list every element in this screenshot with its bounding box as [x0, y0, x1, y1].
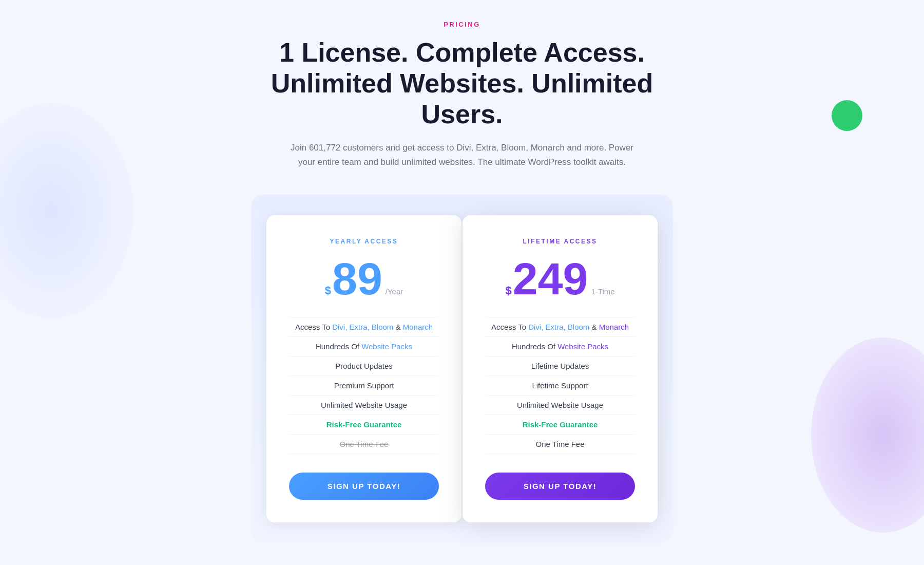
- lifetime-price-period: 1-Time: [591, 287, 614, 296]
- yearly-plan-card: YEARLY ACCESS $ 89 /Year Access To Divi,…: [266, 215, 461, 522]
- lifetime-feature-website-packs: Hundreds Of Website Packs: [485, 337, 635, 356]
- yearly-link-monarch[interactable]: Monarch: [403, 323, 433, 331]
- lifetime-plan-label: LIFETIME ACCESS: [485, 238, 635, 245]
- lifetime-link-divi-extra-bloom[interactable]: Divi, Extra, Bloom: [528, 323, 589, 331]
- lifetime-feature-updates: Lifetime Updates: [485, 356, 635, 376]
- lifetime-price-container: $ 249 1-Time: [485, 256, 635, 302]
- lifetime-feature-unlimited: Unlimited Website Usage: [485, 396, 635, 415]
- yearly-feature-updates: Product Updates: [289, 356, 439, 376]
- subtitle: Join 601,772 customers and get access to…: [287, 141, 637, 168]
- yearly-feature-unlimited: Unlimited Website Usage: [289, 396, 439, 415]
- yearly-price-dollar: $: [325, 284, 331, 297]
- yearly-price-period: /Year: [386, 287, 403, 296]
- yearly-feature-guarantee: Risk-Free Guarantee: [289, 415, 439, 435]
- yearly-feature-website-packs: Hundreds Of Website Packs: [289, 337, 439, 356]
- lifetime-link-monarch[interactable]: Monarch: [599, 323, 629, 331]
- yearly-plan-label: YEARLY ACCESS: [289, 238, 439, 245]
- lifetime-feature-support: Lifetime Support: [485, 376, 635, 396]
- lifetime-feature-one-time: One Time Fee: [485, 435, 635, 454]
- lifetime-price-number: 249: [513, 256, 588, 302]
- lifetime-feature-guarantee: Risk-Free Guarantee: [485, 415, 635, 435]
- main-title: 1 License. Complete Access. Unlimited We…: [267, 37, 657, 129]
- lifetime-link-website-packs[interactable]: Website Packs: [557, 342, 608, 351]
- green-circle-decoration: [832, 100, 862, 131]
- yearly-feature-support: Premium Support: [289, 376, 439, 396]
- yearly-price-container: $ 89 /Year: [289, 256, 439, 302]
- yearly-link-website-packs[interactable]: Website Packs: [361, 342, 412, 351]
- lifetime-features-list: Access To Divi, Extra, Bloom & Monarch H…: [485, 317, 635, 454]
- lifetime-plan-card: LIFETIME ACCESS $ 249 1-Time Access To D…: [463, 215, 658, 522]
- yearly-one-time-fee: One Time Fee: [339, 440, 388, 448]
- lifetime-signup-button[interactable]: SIGN UP TODAY!: [485, 473, 635, 500]
- pricing-label: PRICING: [267, 21, 657, 28]
- yearly-feature-one-time: One Time Fee: [289, 435, 439, 454]
- lifetime-price-dollar: $: [505, 284, 511, 297]
- yearly-link-divi-extra-bloom[interactable]: Divi, Extra, Bloom: [332, 323, 393, 331]
- yearly-features-list: Access To Divi, Extra, Bloom & Monarch H…: [289, 317, 439, 454]
- main-title-line1: 1 License. Complete Access.: [279, 37, 645, 67]
- pricing-cards-wrapper: YEARLY ACCESS $ 89 /Year Access To Divi,…: [251, 195, 673, 543]
- yearly-signup-button[interactable]: SIGN UP TODAY!: [289, 473, 439, 500]
- yearly-feature-access: Access To Divi, Extra, Bloom & Monarch: [289, 317, 439, 337]
- blob-left: [0, 103, 133, 318]
- lifetime-feature-access: Access To Divi, Extra, Bloom & Monarch: [485, 317, 635, 337]
- blob-right-purple: [811, 337, 924, 533]
- yearly-risk-free-guarantee: Risk-Free Guarantee: [326, 420, 402, 429]
- header-section: PRICING 1 License. Complete Access. Unli…: [267, 21, 657, 169]
- yearly-price-number: 89: [332, 256, 382, 302]
- main-title-line2: Unlimited Websites. Unlimited Users.: [271, 68, 653, 129]
- lifetime-risk-free-guarantee: Risk-Free Guarantee: [523, 420, 598, 429]
- page-wrapper: PRICING 1 License. Complete Access. Unli…: [0, 0, 924, 565]
